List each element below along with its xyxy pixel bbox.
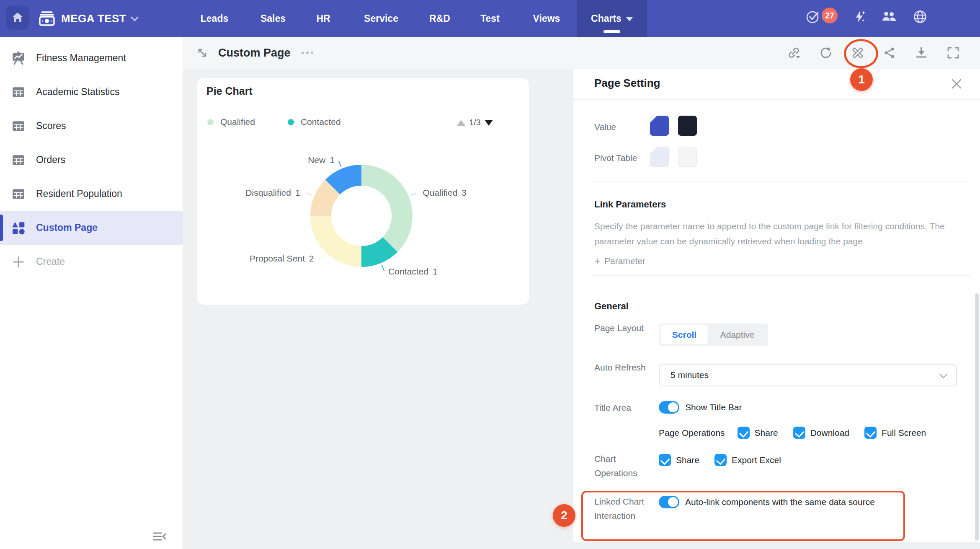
nav-item-service[interactable]: Service	[364, 0, 398, 37]
nav-item-views[interactable]: Views	[533, 0, 560, 37]
share-button[interactable]	[883, 46, 896, 60]
pivot-color-swatch-1[interactable]	[650, 147, 669, 167]
checkbox-label: Export Excel	[732, 455, 781, 465]
nav-item-rd[interactable]: R&D	[429, 0, 450, 37]
nav-item-hr[interactable]: HR	[316, 0, 330, 37]
ai-assistant-button[interactable]	[852, 9, 868, 25]
auto-link-toggle[interactable]	[659, 496, 679, 508]
sidebar-item-create[interactable]: Create	[0, 245, 183, 279]
pie-label: New1	[308, 155, 335, 165]
add-parameter-button[interactable]: + Parameter	[594, 256, 645, 266]
link-filter-button[interactable]	[787, 46, 801, 60]
divider	[573, 99, 980, 100]
page-toolbar: Custom Page	[183, 37, 980, 69]
page-layout-segmented: Scroll Adaptive	[659, 324, 768, 346]
notification-badge[interactable]: 27	[822, 8, 838, 23]
sidebar-item-scores[interactable]: Scores	[0, 109, 183, 143]
sidebar-item-label: Orders	[36, 154, 65, 166]
sidebar-item-academic-statistics[interactable]: Academic Statistics	[0, 75, 183, 109]
more-options-icon[interactable]	[302, 52, 313, 54]
nav-item-sales[interactable]: Sales	[260, 0, 286, 37]
page-layout-label: Page Layout	[594, 321, 657, 335]
title-area-label: Title Area	[594, 401, 657, 415]
pie-label: Disqualified1	[245, 188, 300, 197]
home-button[interactable]	[6, 5, 29, 30]
table-icon	[11, 187, 26, 201]
download-button[interactable]	[915, 46, 928, 60]
checkbox-label: Share	[676, 455, 699, 465]
pie-label-line	[320, 254, 324, 258]
globe-icon	[913, 9, 928, 24]
sidebar-item-label: Custom Page	[36, 222, 98, 233]
sidebar-item-label: Create	[36, 256, 65, 267]
auto-refresh-select[interactable]: 5 minutes	[659, 364, 957, 386]
members-button[interactable]	[881, 9, 897, 25]
checkbox-label: Full Screen	[882, 428, 926, 438]
nav-item-charts-label: Charts	[591, 13, 622, 24]
auto-link-label: Auto-link components with the same data …	[685, 497, 875, 507]
value-label: Value	[594, 120, 657, 134]
nav-item-test[interactable]: Test	[480, 0, 500, 37]
sidebar-item-label: Academic Statistics	[36, 86, 119, 98]
divider	[591, 181, 971, 182]
checkbox-chart-share[interactable]: Share	[659, 454, 699, 466]
checkbox-icon	[659, 454, 671, 466]
expand-diagonal-icon[interactable]	[196, 46, 209, 60]
pivot-table-label: Pivot Table	[594, 151, 657, 165]
collapse-sidebar-button[interactable]	[151, 530, 168, 544]
nav-item-leads[interactable]: Leads	[201, 0, 228, 37]
page-setting-panel: Page Setting Value Pivot Table Link Para…	[573, 69, 980, 542]
plus-icon	[11, 255, 26, 269]
app-window: MEGA TEST Leads Sales HR Service R&D Tes…	[0, 0, 980, 549]
general-heading: General	[594, 301, 629, 312]
pie-slice-proposal-sent[interactable]	[310, 216, 361, 267]
sidebar-item-orders[interactable]: Orders	[0, 143, 183, 177]
check-circle-icon	[805, 9, 820, 24]
workspace-icon	[39, 11, 55, 26]
edit-tools-button[interactable]	[851, 46, 864, 60]
refresh-button[interactable]	[819, 46, 833, 60]
sidebar: Fitness Management Academic Statistics S…	[0, 37, 183, 549]
page-operations-label: Page Operations	[659, 428, 725, 438]
panel-scrollbar[interactable]	[975, 293, 979, 541]
annotation-step-1: 1	[850, 68, 873, 91]
top-nav: MEGA TEST Leads Sales HR Service R&D Tes…	[0, 0, 980, 37]
sidebar-item-label: Fitness Management	[36, 52, 126, 64]
layout-option-adaptive[interactable]: Adaptive	[708, 325, 766, 344]
workspace-switcher[interactable]: MEGA TEST	[39, 0, 137, 37]
pie-label: Proposal Sent2	[250, 254, 314, 263]
chart-operations-label: Chart Operations	[594, 452, 657, 480]
users-icon	[881, 9, 897, 24]
sidebar-item-resident-population[interactable]: Resident Population	[0, 177, 183, 211]
pie-label-line	[307, 193, 312, 196]
show-title-bar-toggle[interactable]	[659, 401, 679, 414]
checkbox-share[interactable]: Share	[738, 427, 778, 439]
home-icon	[11, 11, 24, 24]
checkbox-label: Share	[755, 428, 778, 438]
donut-chart[interactable]: Qualified3Contacted1Proposal Sent2Disqua…	[197, 78, 529, 305]
link-parameters-heading: Link Parameters	[594, 199, 666, 210]
checkbox-download[interactable]: Download	[793, 427, 849, 439]
value-color-swatch-2[interactable]	[678, 116, 697, 136]
table-icon	[11, 153, 26, 167]
close-icon[interactable]	[949, 77, 964, 91]
link-parameters-description: Specify the parameter name to append to …	[594, 219, 963, 249]
fullscreen-button[interactable]	[946, 46, 960, 60]
page-operations-row: Page Operations Share Download Full Scre…	[659, 427, 926, 439]
tasks-approval-button[interactable]	[805, 9, 821, 25]
plus-icon: +	[594, 256, 600, 266]
checkbox-icon	[793, 427, 805, 439]
pivot-swatches	[650, 147, 697, 167]
nav-item-charts-active[interactable]: Charts	[577, 0, 647, 37]
language-button[interactable]	[912, 9, 928, 25]
sidebar-item-fitness-management[interactable]: Fitness Management	[0, 41, 183, 75]
checkbox-full-screen[interactable]: Full Screen	[864, 427, 926, 439]
checkbox-export-excel[interactable]: Export Excel	[714, 454, 781, 466]
value-color-swatch-1[interactable]	[650, 116, 669, 136]
title-area-row: Show Title Bar	[659, 401, 742, 414]
sidebar-item-custom-page[interactable]: Custom Page	[0, 211, 183, 245]
pie-slice-qualified[interactable]	[361, 165, 413, 252]
pie-label: Contacted1	[388, 267, 437, 276]
pivot-color-swatch-2[interactable]	[678, 147, 697, 167]
layout-option-scroll[interactable]: Scroll	[660, 325, 708, 344]
